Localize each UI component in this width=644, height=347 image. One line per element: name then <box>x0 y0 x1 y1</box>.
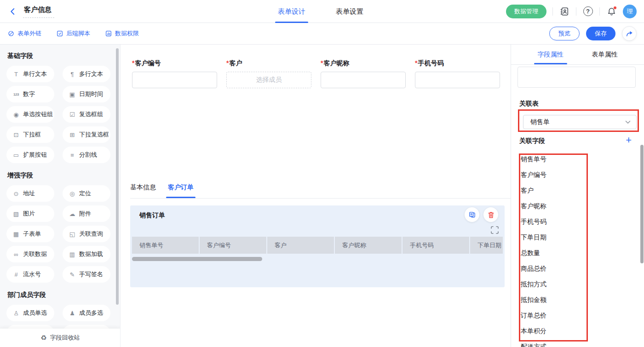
attachment-icon: ☁ <box>69 210 76 217</box>
data-permission-button[interactable]: 数据权限 <box>105 29 139 38</box>
chevron-down-icon <box>625 120 631 124</box>
address-icon: ⊙ <box>12 190 20 197</box>
sidebar-item-label: 复选框组 <box>79 110 103 119</box>
sidebar-item-attachment[interactable]: ☁附件 <box>63 205 110 222</box>
sidebar-item-image[interactable]: ▧图片 <box>6 205 54 222</box>
field-label: *客户编号 <box>132 59 217 68</box>
sidebar-item-number[interactable]: 123数字 <box>6 86 54 102</box>
inspector-scrollbar[interactable] <box>640 145 644 263</box>
sidebar-item-serial-number[interactable]: #流水号 <box>6 266 54 283</box>
preview-button[interactable]: 预览 <box>549 27 580 40</box>
field-input[interactable] <box>415 72 500 88</box>
share-button[interactable] <box>622 26 637 41</box>
subform-icon: ▦ <box>12 231 20 238</box>
related-field-item[interactable]: 抵扣方式 <box>520 276 587 292</box>
related-field-item[interactable]: 手机号码 <box>520 214 587 229</box>
sidebar-item-linked-query[interactable]: ◱关联查询 <box>63 226 110 242</box>
sidebar-item-subform[interactable]: ▦子表单 <box>6 226 54 242</box>
copy-button[interactable] <box>465 207 479 222</box>
subform-title: 销售订单 <box>139 211 165 220</box>
backend-script-button[interactable]: 后端脚本 <box>56 29 90 38</box>
sidebar-item-member-multi[interactable]: ♟成员多选 <box>63 305 110 321</box>
sidebar-section: 增强字段⊙地址◎定位▧图片☁附件▦子表单◱关联查询∞关联数据▥数据加载#流水号✎… <box>6 171 120 283</box>
sidebar-item-member-single[interactable]: ♙成员单选 <box>6 305 54 321</box>
expand-corners-icon[interactable] <box>491 226 499 234</box>
back-icon[interactable] <box>7 6 18 17</box>
delete-button[interactable] <box>483 207 498 222</box>
linked-query-icon: ◱ <box>69 231 76 238</box>
field-label: *客户昵称 <box>321 59 406 68</box>
sidebar-item-address[interactable]: ⊙地址 <box>6 185 54 202</box>
related-field-item[interactable]: 商品总价 <box>520 261 587 276</box>
sidebar-item-dropdown[interactable]: ⊡下拉框 <box>6 126 54 143</box>
related-field-item[interactable]: 配送方式 <box>520 339 587 347</box>
field-input[interactable] <box>132 72 217 88</box>
field-input[interactable] <box>321 72 406 88</box>
sidebar-item-multi-line-text[interactable]: ¶多行文本 <box>63 66 110 82</box>
sidebar-item-label: 下拉复选框 <box>79 131 109 139</box>
sidebar-item-dropdown-multi[interactable]: ⊞下拉复选框 <box>63 126 110 143</box>
sidebar-item-datetime[interactable]: ▣日期时间 <box>63 86 110 102</box>
canvas-field[interactable]: *客户编号 <box>132 59 217 88</box>
subform-column-header: 客户昵称 <box>335 237 402 254</box>
field-label: *手机号码 <box>415 59 500 68</box>
sidebar-item-divider[interactable]: ≡分割线 <box>63 147 110 163</box>
divider-icon: ≡ <box>69 152 76 159</box>
single-line-text-icon: T <box>12 71 20 78</box>
related-table-select[interactable]: 销售单 <box>523 115 637 129</box>
related-field-item[interactable]: 下单日期 <box>520 229 587 245</box>
tab-basic-info[interactable]: 基本信息 <box>130 182 156 198</box>
sidebar-item-label: 成员单选 <box>23 309 47 317</box>
related-field-item[interactable]: 客户昵称 <box>520 198 587 214</box>
backend-script-icon <box>56 30 63 37</box>
contacts-icon[interactable] <box>559 6 570 17</box>
tab-form-properties[interactable]: 表单属性 <box>588 45 621 64</box>
sidebar-item-label: 数据加载 <box>79 250 103 258</box>
subform-widget[interactable]: 销售订单 <box>130 205 505 287</box>
related-field-list: 销售单号客户编号客户客户昵称手机号码下单日期总数量商品总价抵扣方式抵扣金额订单总… <box>520 151 587 347</box>
sidebar-item-checkbox-group[interactable]: ☑复选框组 <box>63 106 110 123</box>
field-input[interactable]: 选择成员 <box>226 72 311 88</box>
related-field-item[interactable]: 客户 <box>520 182 587 198</box>
canvas-field[interactable]: *客户昵称 <box>321 59 406 88</box>
radio-group-icon: ◉ <box>12 111 20 118</box>
extend-button-icon: ▭ <box>12 152 20 159</box>
sidebar-item-linked-data[interactable]: ∞关联数据 <box>6 246 54 262</box>
related-field-item[interactable]: 抵扣金额 <box>520 292 587 307</box>
data-permission-icon <box>105 30 112 37</box>
related-field-item[interactable]: 本单积分 <box>520 323 587 339</box>
related-field-item[interactable]: 客户编号 <box>520 167 587 182</box>
related-field-item[interactable]: 总数量 <box>520 245 587 261</box>
help-icon[interactable]: ? <box>582 6 593 17</box>
sidebar-item-signature[interactable]: ✎手写签名 <box>63 266 110 283</box>
tab-form-settings[interactable]: 表单设置 <box>333 0 366 23</box>
canvas-field[interactable]: *客户选择成员 <box>226 59 311 88</box>
sidebar-item-label: 日期时间 <box>79 90 103 98</box>
field-recycle-button[interactable]: ♻ 字段回收站 <box>0 329 121 347</box>
sidebar-item-single-line-text[interactable]: T单行文本 <box>6 66 54 82</box>
sidebar-item-extend-button[interactable]: ▭扩展按钮 <box>6 147 54 163</box>
tab-field-properties[interactable]: 字段属性 <box>534 45 567 64</box>
sidebar-item-location[interactable]: ◎定位 <box>63 185 110 202</box>
sidebar-item-data-load[interactable]: ▥数据加载 <box>63 246 110 262</box>
tab-customer-orders[interactable]: 客户订单 <box>168 182 194 198</box>
related-field-item[interactable]: 订单总价 <box>520 307 587 323</box>
save-button[interactable]: 保存 <box>586 27 615 40</box>
field-placeholder: 选择成员 <box>256 76 282 84</box>
data-manage-button[interactable]: 数据管理 <box>506 5 546 18</box>
related-field-item[interactable]: 销售单号 <box>520 151 587 167</box>
subform-scrollbar[interactable] <box>132 257 262 261</box>
location-icon: ◎ <box>69 190 76 197</box>
canvas-field[interactable]: *手机号码 <box>415 59 500 88</box>
tab-form-design[interactable]: 表单设计 <box>275 0 308 23</box>
field-description-input[interactable] <box>518 67 636 88</box>
sidebar-scrollbar[interactable] <box>116 48 119 305</box>
external-link-button[interactable]: 表单外链 <box>7 29 41 38</box>
form-title[interactable]: 客户信息 <box>23 5 54 18</box>
related-fields-label: 关联字段 <box>519 137 545 145</box>
avatar[interactable]: 理 <box>623 5 637 18</box>
add-field-icon[interactable]: + <box>626 135 632 145</box>
sidebar-item-radio-group[interactable]: ◉单选按钮组 <box>6 106 54 123</box>
form-canvas: *客户编号*客户选择成员*客户昵称*手机号码 基本信息 客户订单 销售订单 <box>121 45 511 347</box>
notification-bell-icon[interactable] <box>606 6 617 17</box>
